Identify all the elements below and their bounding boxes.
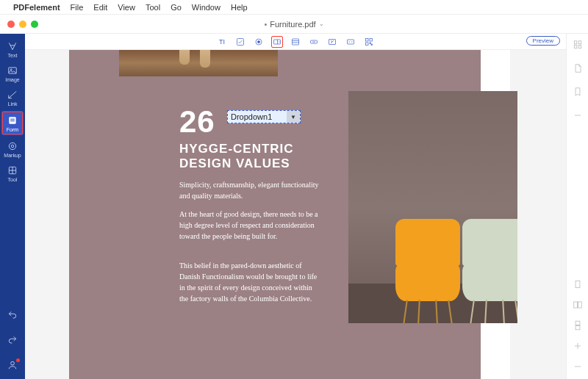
minimize-window-button[interactable] <box>19 21 26 28</box>
page-viewport[interactable]: 26 Dropdown1 ▼ HYGGE-CENTRIC DESIGN VALU… <box>25 50 566 379</box>
menu-help[interactable]: Help <box>231 3 248 12</box>
sidebar-form[interactable]: Form <box>1 111 24 135</box>
svg-rect-17 <box>366 38 369 41</box>
text-tool-icon <box>7 41 18 51</box>
zoom-out-button[interactable] <box>573 361 583 372</box>
divider-icon <box>573 110 583 120</box>
undo-icon <box>7 310 18 320</box>
chevron-down-icon: ⌄ <box>319 21 324 27</box>
radio-icon <box>254 37 263 46</box>
page-image-chairs <box>348 91 517 323</box>
svg-rect-18 <box>370 38 373 41</box>
button-icon <box>309 37 318 46</box>
signature-tool[interactable] <box>345 36 356 48</box>
sidebar-tool[interactable]: Tool <box>0 161 25 185</box>
link-tool-icon <box>7 90 18 100</box>
close-window-button[interactable] <box>7 21 15 28</box>
svg-rect-22 <box>574 41 577 44</box>
svg-rect-4 <box>10 120 15 121</box>
dropdown-icon <box>273 37 282 46</box>
signature-icon <box>346 37 355 46</box>
user-icon <box>7 360 18 370</box>
dropdown-tool[interactable] <box>271 36 283 48</box>
user-account-button[interactable] <box>7 360 18 373</box>
svg-rect-28 <box>578 302 581 308</box>
preview-button[interactable]: Preview <box>526 36 560 46</box>
sidebar-image[interactable]: Image <box>0 61 25 85</box>
svg-rect-16 <box>348 40 354 44</box>
text-field-tool[interactable]: TI <box>216 36 228 48</box>
menu-go[interactable]: Go <box>171 3 182 12</box>
single-page-view-button[interactable] <box>573 279 583 289</box>
svg-rect-26 <box>576 281 580 287</box>
window-titlebar: • Furniture.pdf ⌄ <box>0 15 588 34</box>
page-paragraph-2: At the heart of good design, there needs… <box>179 209 319 242</box>
dropdown-field-arrow-icon: ▼ <box>287 111 300 123</box>
button-tool[interactable] <box>308 36 320 48</box>
menu-window[interactable]: Window <box>192 3 220 12</box>
menu-tool[interactable]: Tool <box>146 3 160 12</box>
qr-icon <box>365 37 373 46</box>
continuous-view-button[interactable] <box>573 320 583 331</box>
svg-rect-20 <box>370 43 371 44</box>
bookmark-panel-button[interactable] <box>573 87 583 97</box>
svg-rect-3 <box>10 119 15 120</box>
dropdown-form-field[interactable]: Dropdown1 ▼ <box>227 110 301 123</box>
minus-icon <box>573 361 583 372</box>
page-image-wood <box>119 50 278 76</box>
qr-tool[interactable] <box>363 36 375 48</box>
svg-point-6 <box>11 145 14 148</box>
page-paragraph-1: Simplicity, craftsmanship, elegant funct… <box>179 179 319 201</box>
checkbox-tool[interactable] <box>234 36 246 48</box>
sidebar-markup[interactable]: Markup <box>0 137 25 161</box>
menu-app[interactable]: PDFelement <box>13 3 60 12</box>
sidebar-link[interactable]: Link <box>0 85 25 109</box>
two-page-icon <box>573 300 583 310</box>
form-tool-icon <box>7 115 18 126</box>
file-panel-button[interactable] <box>573 63 583 73</box>
menu-file[interactable]: File <box>71 3 84 12</box>
checkbox-icon <box>236 37 245 46</box>
svg-rect-23 <box>574 46 577 48</box>
menu-edit[interactable]: Edit <box>93 3 107 12</box>
main-area: Text Image Link Form Markup Tool <box>0 34 588 379</box>
document-title[interactable]: • Furniture.pdf ⌄ <box>264 20 323 29</box>
svg-point-5 <box>9 142 15 149</box>
page-paragraph-3: This belief in the pared-down aesthetic … <box>179 260 319 304</box>
two-page-view-button[interactable] <box>573 300 583 310</box>
undo-button[interactable] <box>7 310 18 323</box>
sidebar-tool-label: Tool <box>8 177 18 182</box>
dropdown-field-label: Dropdown1 <box>228 112 287 121</box>
svg-rect-19 <box>366 43 369 46</box>
sidebar-link-label: Link <box>8 101 18 107</box>
svg-point-8 <box>11 361 15 365</box>
page-number-heading: 26 <box>179 104 215 140</box>
file-icon <box>573 63 583 73</box>
svg-point-11 <box>258 40 260 43</box>
svg-rect-29 <box>576 321 580 325</box>
traffic-lights <box>7 21 38 28</box>
radio-tool[interactable] <box>253 36 265 48</box>
tool-icon <box>7 165 18 176</box>
plus-icon <box>573 341 583 351</box>
listbox-icon <box>291 37 300 46</box>
menu-view[interactable]: View <box>118 3 135 12</box>
document-filename: Furniture.pdf <box>270 20 315 29</box>
sidebar-bottom <box>0 310 25 379</box>
sidebar-text[interactable]: Text <box>0 37 25 61</box>
thumbnails-panel-button[interactable] <box>573 40 583 50</box>
svg-rect-13 <box>293 39 299 45</box>
svg-rect-27 <box>573 302 577 308</box>
listbox-tool[interactable] <box>290 36 301 48</box>
image-tool-icon <box>7 65 18 76</box>
redo-button[interactable] <box>7 335 18 348</box>
canvas-area: TI Preview Dropdown 26 Dropdown1 ▼ HYGGE… <box>25 34 566 379</box>
zoom-in-button[interactable] <box>573 341 583 351</box>
svg-rect-30 <box>576 326 580 330</box>
sidebar-form-label: Form <box>7 127 18 132</box>
pdf-page: 26 Dropdown1 ▼ HYGGE-CENTRIC DESIGN VALU… <box>69 50 510 379</box>
image-field-tool[interactable] <box>326 36 338 48</box>
maximize-window-button[interactable] <box>31 21 38 28</box>
sidebar-text-label: Text <box>8 53 18 58</box>
modified-indicator: • <box>264 20 267 29</box>
